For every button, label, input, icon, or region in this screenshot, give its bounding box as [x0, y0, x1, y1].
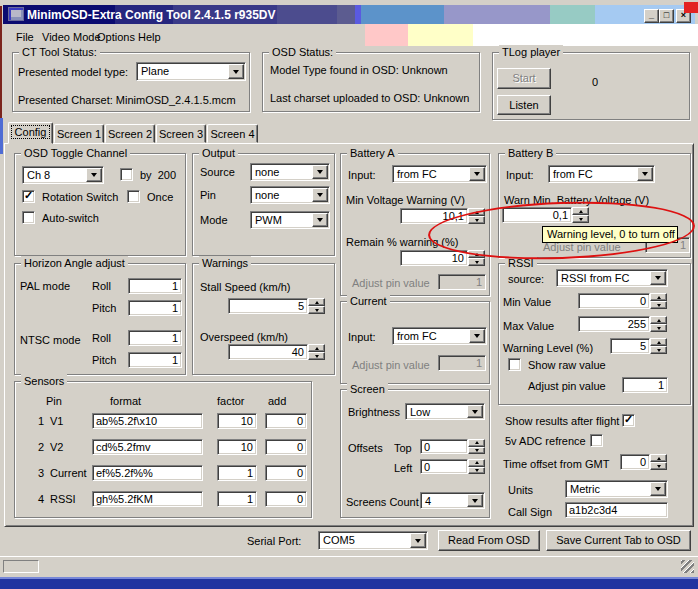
spin-up-button[interactable]	[650, 293, 667, 301]
spin-up-button[interactable]	[650, 454, 667, 462]
menu-video-mode[interactable]: Video Mode	[42, 30, 101, 44]
spin-down-button[interactable]	[308, 306, 325, 314]
dropdown-button[interactable]	[469, 167, 485, 181]
sensor-add-field[interactable]: 0	[265, 465, 307, 481]
rssi-warning-field[interactable]: 5	[610, 338, 650, 354]
stall-speed-field[interactable]: 5	[228, 298, 308, 314]
spin-down-button[interactable]	[468, 258, 485, 266]
sensor-format-field[interactable]: cd%5.2fmv	[92, 439, 203, 455]
dropdown-button[interactable]	[467, 405, 483, 418]
spin-down-button[interactable]	[650, 346, 667, 354]
adc-reference-checkbox[interactable]	[590, 434, 603, 447]
sensor-format-field[interactable]: gh%5.2fKM	[92, 491, 203, 507]
dropdown-button[interactable]	[228, 64, 244, 79]
rssi-source-select[interactable]: RSSI from FC	[556, 269, 668, 287]
output-pin-select[interactable]: none	[250, 186, 330, 204]
warn-min-voltage-field[interactable]: 0,1	[502, 207, 572, 223]
spin-down-button[interactable]	[308, 352, 325, 360]
read-from-osd-button[interactable]: Read From OSD	[438, 530, 540, 551]
rssi-min-field[interactable]: 0	[578, 293, 650, 309]
dropdown-button[interactable]	[467, 494, 483, 507]
dropdown-button[interactable]	[312, 165, 328, 179]
call-sign-field[interactable]: a1b2c3d4	[565, 502, 668, 518]
output-mode-select[interactable]: PWM	[250, 211, 330, 229]
sensor-factor-field[interactable]: 10	[217, 413, 257, 429]
resize-grip[interactable]	[681, 560, 694, 573]
spin-up-button[interactable]	[308, 344, 325, 352]
save-tab-button[interactable]: Save Current Tab to OSD	[546, 530, 691, 551]
tab-screen-4[interactable]: Screen 4	[207, 124, 258, 143]
spin-down-button[interactable]	[468, 467, 485, 475]
overspeed-field[interactable]: 40	[228, 344, 308, 360]
dropdown-button[interactable]	[469, 329, 485, 343]
sensor-factor-field[interactable]: 1	[217, 465, 257, 481]
ntsc-roll-field[interactable]: 1	[128, 330, 182, 346]
menu-help[interactable]: Help	[138, 30, 161, 44]
sensor-add-field[interactable]: 0	[265, 439, 307, 455]
min-voltage-field[interactable]: 10,1	[400, 208, 468, 224]
sensor-format-field[interactable]: ab%5.2f\x10	[92, 413, 203, 429]
pal-pitch-field[interactable]: 1	[128, 300, 182, 316]
sensor-add-field[interactable]: 0	[265, 413, 307, 429]
offset-left-field[interactable]: 0	[420, 459, 468, 474]
dropdown-button[interactable]	[637, 167, 653, 181]
spin-down-button[interactable]	[650, 462, 667, 470]
tab-screen-2[interactable]: Screen 2	[105, 124, 155, 143]
brightness-select[interactable]: Low	[405, 403, 485, 420]
current-input-select[interactable]: from FC	[392, 327, 487, 345]
spin-up-button[interactable]	[650, 316, 667, 324]
offset-top-field[interactable]: 0	[420, 439, 468, 454]
dropdown-button[interactable]	[312, 188, 328, 202]
spin-up-button[interactable]	[468, 439, 485, 447]
spin-down-button[interactable]	[572, 215, 589, 223]
sensor-factor-field[interactable]: 1	[217, 491, 257, 507]
serial-port-select[interactable]: COM5	[318, 531, 428, 550]
auto-switch-checkbox[interactable]	[22, 211, 35, 224]
spin-up-button[interactable]	[308, 298, 325, 306]
minimize-button[interactable]: _	[644, 9, 659, 23]
rssi-adjust-field[interactable]: 1	[622, 377, 668, 393]
model-type-select[interactable]: Plane	[136, 62, 246, 81]
battery-a-input-select[interactable]: from FC	[392, 165, 487, 183]
sensor-format-field[interactable]: ef%5.2f%%	[92, 465, 203, 481]
units-select[interactable]: Metric	[565, 480, 668, 498]
tab-screen-3[interactable]: Screen 3	[156, 124, 206, 143]
by200-checkbox[interactable]	[120, 168, 133, 181]
spin-down-button[interactable]	[650, 301, 667, 309]
toggle-channel-select[interactable]: Ch 8	[22, 166, 104, 184]
rotation-switch-checkbox[interactable]: ✓	[22, 190, 35, 203]
spin-down-button[interactable]	[650, 324, 667, 332]
screens-count-select[interactable]: 4	[420, 492, 485, 509]
spin-up-button[interactable]	[650, 338, 667, 346]
once-checkbox[interactable]	[127, 190, 140, 203]
dropdown-button[interactable]	[410, 533, 426, 548]
battery-b-input-select[interactable]: from FC	[548, 165, 655, 183]
output-source-select[interactable]: none	[250, 163, 330, 181]
spin-down-button[interactable]	[468, 447, 485, 455]
rssi-max-field[interactable]: 255	[578, 316, 650, 332]
ntsc-pitch-field[interactable]: 1	[128, 352, 182, 368]
sensor-add-field[interactable]: 0	[265, 491, 307, 507]
tlog-start-button[interactable]: Start	[497, 68, 551, 89]
menu-file[interactable]: File	[16, 30, 34, 44]
maximize-button[interactable]: □	[659, 9, 674, 23]
dropdown-button[interactable]	[650, 271, 666, 285]
tab-screen-1[interactable]: Screen 1	[54, 124, 104, 143]
tab-config[interactable]: Config	[8, 122, 53, 144]
tlog-listen-button[interactable]: Listen	[497, 95, 551, 115]
pal-roll-field[interactable]: 1	[128, 278, 182, 294]
show-raw-value-checkbox[interactable]	[508, 358, 521, 371]
dropdown-button[interactable]	[86, 168, 102, 182]
dropdown-button[interactable]	[650, 482, 666, 496]
spin-up-button[interactable]	[468, 459, 485, 467]
title-bar[interactable]: MinimOSD-Extra Config Tool 2.4.1.5 r935D…	[3, 5, 695, 24]
dropdown-button[interactable]	[312, 213, 328, 227]
spin-up-button[interactable]	[468, 208, 485, 216]
sensor-factor-field[interactable]: 10	[217, 439, 257, 455]
remain-warning-field[interactable]: 10	[400, 250, 468, 266]
menu-options[interactable]: Options	[97, 30, 135, 44]
spin-up-button[interactable]	[468, 250, 485, 258]
spin-down-button[interactable]	[468, 216, 485, 224]
spin-up-button[interactable]	[572, 207, 589, 215]
show-results-checkbox[interactable]: ✓	[622, 414, 635, 427]
